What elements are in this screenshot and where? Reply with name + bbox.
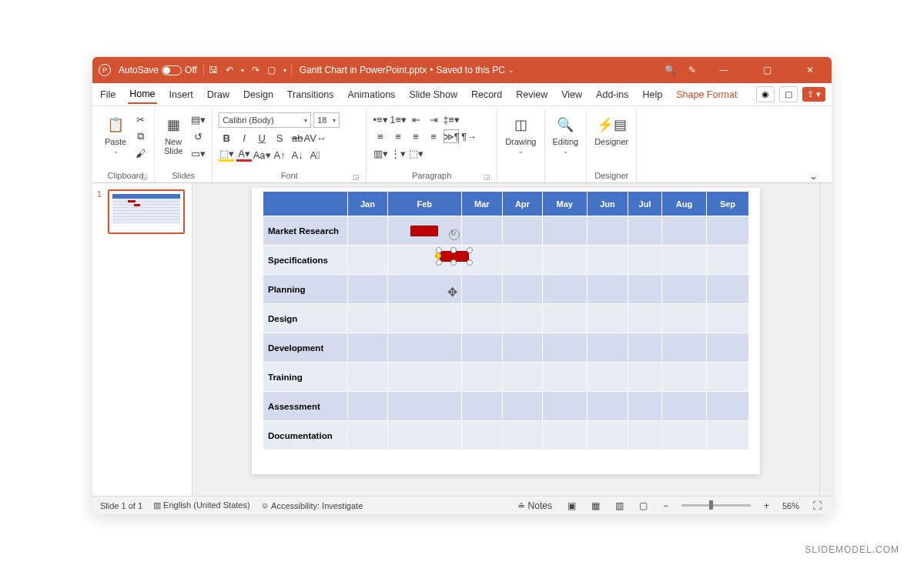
document-title[interactable]: Gantt Chart in PowerPoint.pptx • Saved t…	[300, 65, 514, 75]
tab-design[interactable]: Design	[242, 86, 275, 103]
resize-handle[interactable]	[436, 247, 442, 253]
tab-help[interactable]: Help	[641, 86, 664, 103]
rotate-handle-icon[interactable]	[449, 229, 460, 240]
strike-button[interactable]: ab	[290, 131, 305, 145]
launcher-icon[interactable]: ◲	[484, 173, 490, 181]
new-slide-button[interactable]: ▦ New Slide	[161, 112, 186, 157]
tab-review[interactable]: Review	[514, 86, 549, 103]
copy-icon[interactable]: ⧉	[132, 129, 148, 143]
maximize-button[interactable]: ▢	[752, 65, 782, 75]
slide-counter[interactable]: Slide 1 of 1	[100, 501, 142, 510]
shrink-font-button[interactable]: A↓	[290, 148, 305, 162]
spacing-button[interactable]: AV↔	[307, 131, 323, 145]
cut-icon[interactable]: ✂	[132, 112, 148, 126]
justify-button[interactable]: ≡	[426, 129, 441, 143]
tab-transitions[interactable]: Transitions	[286, 86, 336, 103]
vertical-scrollbar[interactable]	[819, 183, 832, 496]
ltr-button[interactable]: ¶→	[461, 129, 477, 143]
indent-right-button[interactable]: ⇥	[426, 112, 441, 126]
tab-addins[interactable]: Add-ins	[594, 86, 630, 103]
font-name-select[interactable]: Calibri (Body)▾	[219, 112, 311, 128]
present-button[interactable]: ▢	[779, 86, 798, 102]
resize-handle[interactable]	[467, 259, 473, 266]
gantt-table[interactable]: Jan Feb Mar Apr May Jun Jul Aug Sep Mark…	[263, 191, 749, 450]
selected-shape[interactable]	[440, 251, 469, 262]
redo-icon[interactable]: ↷	[252, 65, 259, 75]
fit-to-window-icon[interactable]: ⛶	[810, 500, 824, 511]
gantt-bar[interactable]	[410, 226, 438, 236]
designer-button[interactable]: ⚡▤ Designer	[593, 112, 630, 148]
align-left-button[interactable]: ≡	[373, 129, 388, 143]
slideshow-view-icon[interactable]: ▢	[637, 500, 650, 511]
tab-draw[interactable]: Draw	[206, 86, 231, 103]
tab-record[interactable]: Record	[470, 86, 504, 103]
zoom-level[interactable]: 56%	[782, 501, 799, 510]
tab-insert[interactable]: Insert	[168, 86, 195, 103]
resize-handle[interactable]	[467, 247, 473, 253]
highlight-button[interactable]: ⬚▾	[219, 148, 234, 162]
slide-canvas-area[interactable]: Jan Feb Mar Apr May Jun Jul Aug Sep Mark…	[192, 183, 819, 496]
numbering-button[interactable]: 1≡▾	[390, 112, 406, 126]
text-direction-button[interactable]: ≫¶	[444, 129, 459, 143]
zoom-slider[interactable]	[681, 504, 751, 507]
resize-handle[interactable]	[436, 259, 442, 266]
launcher-icon[interactable]: ◲	[353, 173, 360, 181]
tab-shape-format[interactable]: Shape Format	[675, 86, 738, 103]
camera-button[interactable]: ◉	[756, 86, 775, 102]
undo-icon[interactable]: ↶	[226, 65, 233, 75]
slide[interactable]: Jan Feb Mar Apr May Jun Jul Aug Sep Mark…	[252, 188, 760, 474]
autosave-toggle[interactable]: AutoSave Off	[119, 65, 197, 75]
underline-button[interactable]: U	[254, 131, 270, 145]
undo-caret-icon[interactable]: ▾	[241, 67, 244, 74]
resize-handle[interactable]	[450, 247, 457, 253]
align-center-button[interactable]: ≡	[390, 129, 406, 143]
notes-button[interactable]: ≐ Notes	[515, 500, 554, 511]
zoom-in-button[interactable]: +	[762, 500, 772, 511]
indent-left-button[interactable]: ⇤	[408, 112, 424, 126]
qat-customize-icon[interactable]: ▾	[283, 67, 286, 74]
align-right-button[interactable]: ≡	[408, 129, 424, 143]
line-spacing-button[interactable]: ‡≡▾	[444, 112, 459, 126]
close-button[interactable]: ✕	[795, 65, 825, 75]
sorter-view-icon[interactable]: ▦	[589, 500, 602, 511]
pen-icon[interactable]: ✎	[688, 65, 696, 75]
smartart-button[interactable]: ⬚▾	[408, 146, 424, 160]
format-painter-icon[interactable]: 🖌	[132, 146, 148, 160]
tab-home[interactable]: Home	[128, 85, 156, 104]
from-beginning-icon[interactable]: ▢	[267, 65, 276, 75]
collapse-ribbon-icon[interactable]: ⌄	[805, 169, 821, 182]
bold-button[interactable]: B	[219, 131, 234, 145]
section-icon[interactable]: ▭▾	[190, 146, 206, 160]
shadow-button[interactable]: S	[272, 131, 287, 145]
accessibility-indicator[interactable]: ⛭ Accessibility: Investigate	[261, 501, 363, 510]
reset-icon[interactable]: ↺	[190, 129, 206, 143]
change-case-button[interactable]: Aa▾	[254, 148, 270, 162]
editing-button[interactable]: 🔍 Editing ⌄	[551, 112, 581, 156]
save-icon[interactable]: 🖫	[209, 65, 218, 75]
slide-thumbnail-1[interactable]	[108, 189, 185, 234]
minimize-button[interactable]: —	[708, 65, 739, 75]
search-icon[interactable]: 🔍	[665, 65, 676, 75]
drawing-button[interactable]: ◫ Drawing ⌄	[504, 112, 537, 156]
tab-animations[interactable]: Animations	[346, 86, 397, 103]
align-text-button[interactable]: ⋮▾	[390, 146, 406, 160]
bullets-button[interactable]: •≡▾	[373, 112, 388, 126]
language-indicator[interactable]: ▥ English (United States)	[153, 500, 250, 510]
clear-format-button[interactable]: A⃠	[307, 148, 323, 162]
font-color-button[interactable]: A▾	[236, 148, 252, 162]
launcher-icon[interactable]: ◲	[141, 173, 148, 181]
zoom-out-button[interactable]: −	[661, 500, 671, 511]
italic-button[interactable]: I	[236, 131, 252, 145]
share-button[interactable]: ⇪ ▾	[802, 87, 825, 102]
columns-button[interactable]: ▥▾	[373, 146, 388, 160]
font-size-select[interactable]: 18▾	[313, 112, 340, 128]
paste-button[interactable]: 📋 Paste ⌄	[103, 112, 128, 156]
grow-font-button[interactable]: A↑	[272, 148, 287, 162]
tab-file[interactable]: File	[99, 86, 117, 103]
reading-view-icon[interactable]: ▥	[613, 500, 626, 511]
layout-icon[interactable]: ▤▾	[190, 112, 206, 126]
tab-slideshow[interactable]: Slide Show	[407, 86, 459, 103]
normal-view-icon[interactable]: ▣	[565, 500, 578, 511]
resize-handle[interactable]	[450, 259, 457, 266]
adjust-handle[interactable]	[435, 253, 441, 259]
